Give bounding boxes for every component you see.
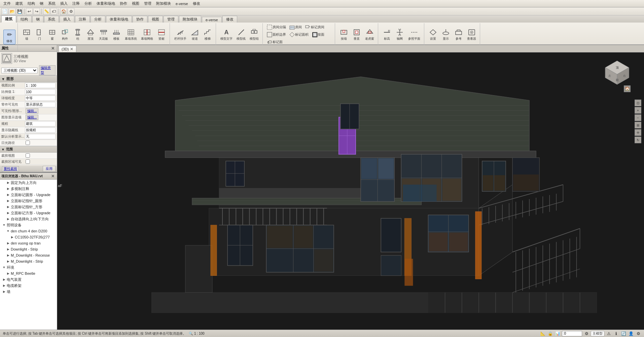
mullion-btn[interactable]: 竖梃 (155, 27, 168, 42)
model-group-btn[interactable]: 模型组 (248, 27, 260, 42)
apply-btn[interactable]: 应用 (43, 166, 56, 172)
prop-scale-val-value[interactable]: 100 (25, 89, 56, 95)
tree-item[interactable]: ▶Downlight - Strip (0, 246, 57, 252)
status-info-icon[interactable]: ℹ (613, 331, 619, 337)
prop-hidden-value[interactable]: 按规程 (25, 127, 56, 133)
status-sync-icon[interactable]: 🔄 (620, 331, 627, 337)
prop-vg-edit[interactable]: 编辑... (26, 108, 38, 114)
component-btn[interactable]: 构件 (59, 27, 71, 42)
menu-addins[interactable]: 附加模块 (154, 0, 173, 7)
tree-expand-icon[interactable]: ▶ (6, 271, 10, 275)
tree-expand-icon[interactable]: ▶ (6, 181, 10, 185)
zoom-in-btn[interactable]: + (635, 107, 641, 114)
grid-btn[interactable]: 轴网 (394, 27, 406, 42)
tree-expand-icon[interactable]: ▶ (6, 217, 10, 221)
tag-area-btn[interactable]: 标记面积 (288, 31, 310, 38)
menu-architecture[interactable]: 建筑 (13, 0, 25, 7)
room-btn[interactable]: 房间 房间 (288, 24, 303, 31)
tree-item[interactable]: ▶立面标记指针_方形 (0, 204, 57, 210)
tree-expand-icon[interactable]: ▶ (6, 247, 10, 251)
measure-btn[interactable]: 📏 (43, 8, 50, 15)
redo-btn[interactable]: ↪ (33, 8, 40, 15)
menu-analyze[interactable]: 分析 (82, 0, 94, 7)
menu-view[interactable]: 视图 (130, 0, 141, 7)
menu-manage[interactable]: 管理 (142, 0, 153, 7)
show-workplane-btn[interactable]: 显示 (440, 27, 452, 42)
viewport[interactable]: 顶 右 左 前 🏠 ⊡ + − ⊞ ✛ ↻ aF (57, 52, 644, 330)
view-tab-close[interactable]: ✕ (70, 47, 73, 51)
tab-steel[interactable]: 钢 (32, 16, 43, 23)
menu-everse[interactable]: e-verse (174, 1, 190, 6)
tree-item[interactable]: ▶立面标记圆形 - Upgrade (0, 192, 57, 198)
tree-item[interactable]: ▶M_Downlight - Recesse (0, 252, 57, 258)
status-user-icon[interactable]: 👤 (628, 331, 634, 337)
status-icon-2[interactable]: 🔒 (547, 331, 553, 337)
area-boundary-btn[interactable]: 面积边界 (265, 31, 287, 38)
menu-systems[interactable]: 系统 (46, 0, 58, 7)
prop-sun-checkbox[interactable] (26, 141, 30, 145)
ref-workplane-btn[interactable]: 参考 (453, 27, 465, 42)
status-settings-icon[interactable]: ⚙ (635, 331, 641, 337)
prop-analysis-value[interactable]: 无 (25, 134, 56, 139)
tree-item[interactable]: ▶立面标记方形 - Upgrade (0, 210, 57, 216)
tab-everse[interactable]: e-verse (202, 17, 222, 23)
tree-item[interactable]: ▶M_Downlight - Strip (0, 258, 57, 264)
new-btn[interactable]: 📄 (1, 8, 8, 15)
menu-annotate[interactable]: 注释 (70, 0, 82, 7)
tree-item[interactable]: ▶立面标记指针_圆形 (0, 198, 57, 204)
tree-expand-icon[interactable]: ▶ (6, 205, 10, 209)
tag-btn[interactable]: 🏷 (50, 8, 57, 15)
door-btn[interactable]: 门 (33, 27, 45, 42)
tree-item[interactable]: ▶M_RPC Beetle (0, 270, 57, 276)
orbit-btn[interactable]: ↻ (635, 137, 641, 143)
room-sep2-btn[interactable]: 🔲 按面 (311, 31, 326, 38)
tree-item[interactable]: ▼环境 (0, 264, 57, 270)
tree-expand-icon[interactable]: ▶ (6, 199, 10, 203)
wall-opening-btn[interactable]: 按墙 (338, 27, 350, 42)
tab-collaborate[interactable]: 协作 (133, 16, 147, 23)
tab-architecture[interactable]: 建筑 (1, 15, 16, 23)
zoom-scroll-btn[interactable]: ⊞ (635, 122, 641, 128)
tab-addins[interactable]: 附加模块 (179, 16, 201, 23)
warning-icon[interactable]: ⚠ (606, 331, 612, 337)
menu-steel[interactable]: 钢 (38, 0, 45, 7)
status-icon-4[interactable]: ⚙ (583, 331, 589, 337)
tab-analyze[interactable]: 分析 (91, 16, 105, 23)
prop-scale-value[interactable]: 1 : 100 (25, 83, 56, 88)
curtain-grid-btn[interactable]: 幕墙网格 (139, 27, 155, 42)
floor-btn[interactable]: 楼板 (110, 27, 122, 42)
status-icon-1[interactable]: 📐 (540, 331, 546, 337)
menu-collaborate[interactable]: 协作 (118, 0, 129, 7)
menu-modify[interactable]: 修改 (191, 0, 202, 7)
prop-section-graphics[interactable]: ▼ 图形 (0, 75, 57, 82)
prop-type-dropdown[interactable]: 三维视图: (3D) (1, 68, 38, 73)
tree-item[interactable]: ▼den chum 4 den D200 (0, 228, 57, 234)
tree-expand-icon[interactable]: ▶ (6, 193, 10, 197)
level-btn[interactable]: 标 标高 (381, 27, 393, 42)
undo-btn[interactable]: ↩ (26, 8, 33, 15)
wall-btn[interactable]: 墙 (21, 27, 33, 42)
roof-btn[interactable]: 屋顶 (84, 27, 97, 42)
status-zoom-input[interactable] (562, 331, 582, 336)
dormer-btn[interactable]: 老虎窗 (363, 27, 376, 42)
prop-edit-type-btn[interactable]: 编辑类型 (39, 65, 56, 75)
column-btn[interactable]: 柱 (72, 27, 84, 42)
tree-expand-icon[interactable]: ▶ (2, 284, 6, 288)
tree-item[interactable]: ▶电缆桥架 (0, 283, 57, 289)
view-tab-3d[interactable]: (3D) ✕ (59, 46, 76, 52)
tree-item[interactable]: ▶固定为向上方向 (0, 180, 57, 186)
menu-massing[interactable]: 体量和场地 (95, 0, 117, 7)
tree-expand-icon[interactable]: ▶ (6, 241, 10, 245)
zoom-fit-btn[interactable]: ⊡ (635, 100, 641, 106)
tab-modify[interactable]: 修改 (222, 16, 237, 23)
prop-crop-vis-checkbox[interactable] (26, 159, 30, 164)
tree-item[interactable]: ▶电气装置 (0, 276, 57, 283)
tree-expand-icon[interactable]: ▶ (6, 259, 10, 263)
prop-section-range[interactable]: ▼ 范围 (0, 146, 57, 153)
tag-face-btn[interactable]: 🏷 标记面 (265, 39, 284, 45)
tree-item[interactable]: ▶CC1050-32TF26(277 (0, 234, 57, 240)
prop-parts-value[interactable]: 显示原状态 (25, 102, 56, 107)
railing-btn[interactable]: 栏杆扶手 (173, 27, 188, 42)
tree-item[interactable]: ▶多视制注释 (0, 186, 57, 192)
viewer-btn[interactable]: 查看器 (465, 27, 478, 42)
